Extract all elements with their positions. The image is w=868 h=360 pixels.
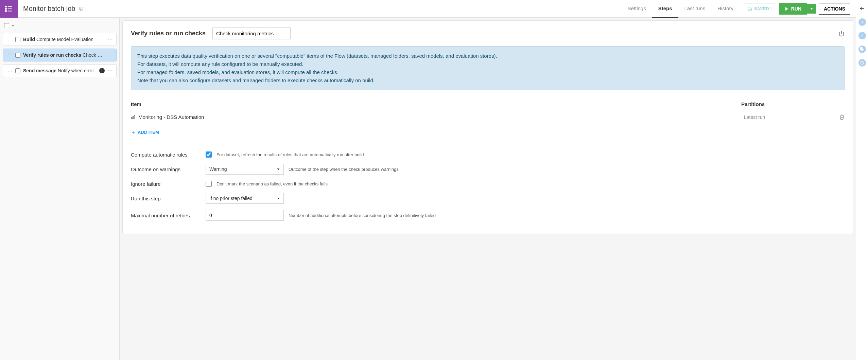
header: Monitor batch job Settings Steps Last ru… (18, 0, 856, 18)
panel-header: Verify rules or run checks (131, 28, 845, 39)
add-item-label: ADD ITEM (138, 130, 159, 135)
drag-handle-icon[interactable]: ⋮⋮ (6, 54, 13, 56)
run-dropdown-button[interactable] (807, 4, 816, 14)
form-label: Ignore failure (131, 181, 206, 187)
chevron-down-icon (277, 197, 280, 200)
saved-button[interactable]: SAVED ! (743, 3, 776, 14)
info-circle-icon[interactable]: i (858, 32, 866, 39)
info-line: This step executes data quality verifica… (137, 52, 838, 60)
step-label: Verify rules or run checks Check … (23, 52, 105, 58)
chevron-down-icon[interactable] (11, 24, 15, 28)
select-all-row (3, 21, 117, 30)
items-section: Item Partitions Monitoring - DSS Automat… (131, 98, 845, 135)
run-step-select[interactable]: If no prior step failed (206, 193, 284, 204)
ignore-failure-checkbox[interactable] (206, 181, 212, 187)
svg-marker-9 (811, 8, 813, 10)
header-nav: Settings Steps Last runs History SAVED !… (621, 0, 850, 18)
items-header: Item Partitions (131, 98, 845, 110)
svg-rect-12 (132, 118, 132, 119)
form-section: Compute automatic rules For dataset, ref… (131, 143, 845, 221)
form-label: Outcome on warnings (131, 166, 206, 172)
svg-point-4 (5, 11, 6, 12)
info-line: For managed folders, saved models, and e… (137, 68, 838, 76)
retries-input[interactable] (206, 210, 284, 221)
info-line: For datasets, it will compute any rule c… (137, 60, 838, 68)
form-label: Compute automatic rules (131, 152, 206, 158)
item-name: Monitoring - DSS Automation (138, 114, 744, 120)
tab-settings[interactable]: Settings (621, 0, 652, 18)
step-item-verify[interactable]: ⋮⋮ Verify rules or run checks Check … ⋯ (3, 49, 117, 61)
copy-icon[interactable] (79, 6, 84, 12)
step-label: Send message Notify when error (23, 68, 97, 73)
outcome-select[interactable]: Warning (206, 164, 284, 175)
svg-marker-8 (785, 7, 788, 11)
chat-circle-icon[interactable] (858, 46, 866, 53)
row-ignore-failure: Ignore failure Don't mark the scenario a… (131, 181, 845, 187)
tab-steps[interactable]: Steps (652, 0, 678, 18)
form-label: Run this step (131, 196, 206, 201)
compute-automatic-checkbox[interactable] (206, 151, 212, 158)
power-icon[interactable] (838, 31, 845, 37)
step-config-panel: Verify rules or run checks This step exe… (122, 20, 853, 224)
row-compute-automatic: Compute automatic rules For dataset, ref… (131, 151, 845, 158)
add-circle-icon[interactable] (858, 18, 866, 26)
plus-icon (131, 130, 136, 135)
app-menu-button[interactable] (0, 0, 18, 18)
svg-rect-7 (80, 7, 82, 10)
tab-history[interactable]: History (711, 0, 740, 18)
save-icon (747, 6, 752, 11)
panel-title: Verify rules or run checks (131, 30, 206, 37)
step-item-build[interactable]: ⋮⋮ Build Compute Model Evaluation ⋯ (3, 33, 117, 46)
select-value: Warning (209, 166, 227, 172)
step-checkbox[interactable] (15, 68, 20, 73)
actions-button[interactable]: ACTIONS (819, 3, 850, 15)
svg-marker-18 (277, 198, 280, 199)
item-row: Monitoring - DSS Automation Latest run (131, 110, 845, 124)
trash-icon[interactable] (839, 114, 845, 120)
tab-last-runs[interactable]: Last runs (678, 0, 712, 18)
clock-circle-icon[interactable] (858, 59, 866, 67)
column-header-partitions: Partitions (741, 101, 836, 107)
list-icon (4, 4, 13, 13)
play-icon (784, 6, 789, 11)
svg-point-0 (5, 6, 6, 7)
select-all-checkbox[interactable] (4, 23, 9, 28)
row-outcome: Outcome on warnings Warning Outcome of t… (131, 164, 845, 175)
saved-label: SAVED ! (754, 6, 772, 11)
row-retries: Maximal number of retries Number of addi… (131, 210, 845, 221)
form-label: Maximal number of retries (131, 213, 206, 218)
column-header-item: Item (131, 101, 741, 107)
run-button[interactable]: RUN (779, 3, 807, 15)
main-content: Verify rules or run checks This step exe… (120, 18, 856, 224)
add-item-button[interactable]: ADD ITEM (131, 130, 845, 135)
drag-handle-icon[interactable]: ⋮⋮ (6, 70, 13, 72)
svg-marker-17 (277, 168, 280, 170)
svg-point-2 (5, 8, 6, 9)
model-icon (131, 115, 136, 120)
steps-sidebar: ⋮⋮ Build Compute Model Evaluation ⋯ ⋮⋮ V… (0, 18, 120, 224)
page-title: Monitor batch job (23, 5, 75, 13)
step-name-input[interactable] (212, 28, 291, 39)
right-rail: i (856, 0, 868, 224)
step-label: Build Compute Model Evaluation (23, 37, 105, 42)
step-item-send-message[interactable]: ⋮⋮ Send message Notify when error ! ⋯ (3, 64, 117, 77)
warning-badge-icon: ! (99, 68, 105, 73)
info-box: This step executes data quality verifica… (131, 46, 845, 90)
svg-rect-6 (81, 8, 83, 11)
svg-rect-13 (133, 116, 134, 119)
chevron-down-icon (810, 7, 813, 11)
form-hint: Number of additional attempts before con… (289, 213, 436, 218)
form-hint: Don't mark the scenario as failed, even … (216, 181, 328, 186)
row-run-this-step: Run this step If no prior step failed (131, 193, 845, 204)
step-checkbox[interactable] (15, 53, 20, 58)
run-label: RUN (791, 6, 801, 12)
drag-handle-icon[interactable]: ⋮⋮ (6, 38, 13, 40)
svg-rect-14 (134, 115, 135, 119)
item-partitions: Latest run (744, 114, 839, 120)
step-checkbox[interactable] (15, 37, 20, 42)
back-arrow-icon[interactable] (858, 5, 866, 12)
info-line: Note that you can also configure dataset… (137, 76, 838, 85)
svg-marker-10 (12, 25, 14, 26)
select-value: If no prior step failed (209, 196, 253, 201)
form-hint: Outcome of the step when the check produ… (289, 167, 399, 172)
